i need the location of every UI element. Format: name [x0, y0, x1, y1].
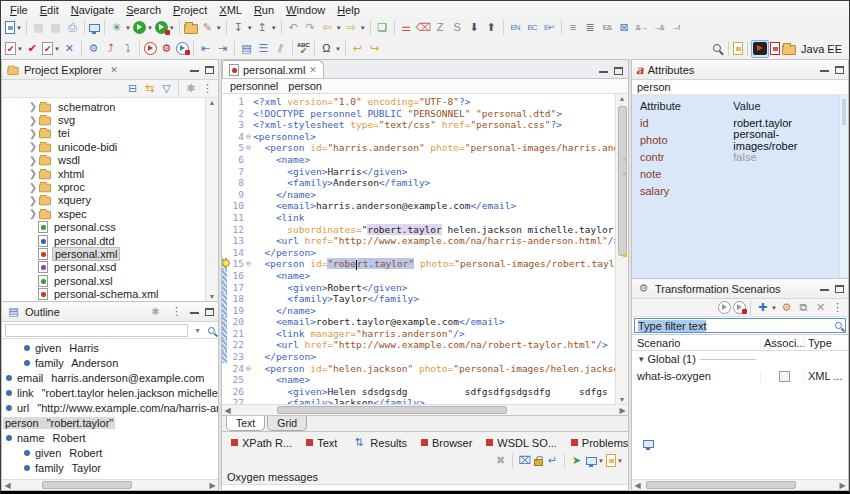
scroll-right-icon[interactable]: ▶ [837, 481, 848, 490]
code-line-11[interactable]: 11 <link [222, 212, 615, 224]
database-perspective-icon[interactable] [781, 40, 797, 58]
code-line-25[interactable]: 25 <name> [222, 374, 615, 386]
scroll-down-icon[interactable]: ▼ [619, 395, 626, 404]
menu-search[interactable]: Search [120, 4, 167, 16]
previous-edit-icon[interactable]: ↩ [349, 40, 366, 58]
scenario-row-what-is-oxygen[interactable]: what-is-oxygenXML ... [632, 368, 848, 385]
attribute-row-salary[interactable]: salary [632, 182, 839, 199]
menu-project[interactable]: Project [167, 4, 213, 16]
column-header-attribute[interactable]: Attribute [632, 100, 729, 112]
code-line-14[interactable]: 14 </person> [222, 247, 615, 259]
export-entities-icon[interactable]: ⬆ [483, 19, 500, 37]
maximize-icon[interactable] [205, 308, 214, 316]
undo-location-icon[interactable]: ↶ [285, 19, 302, 37]
code-line-1[interactable]: 1<?xml version="1.0" encoding="UTF-8"?> [222, 96, 615, 108]
validation-scenario-icon[interactable]: ▼ [41, 40, 61, 58]
search-icon[interactable] [208, 327, 215, 334]
pin-console-icon[interactable]: ➤ [568, 452, 585, 470]
transform-with-icon[interactable]: ▼ [154, 19, 176, 37]
view-menu-icon[interactable]: ⋮ [829, 299, 846, 317]
code-line-17[interactable]: 17 <given>Robert</given> [222, 282, 615, 294]
tree-item-personal.xsl[interactable]: personal.xsl [28, 274, 205, 287]
code-line-23[interactable]: 23 </person> [222, 351, 615, 363]
tree-item-personal.xml[interactable]: personal.xml [28, 247, 205, 260]
editor-tab-personal-xml[interactable]: personal.xml ✕ [222, 60, 324, 78]
open-console-icon[interactable]: ▼ [605, 452, 624, 470]
expand-icon[interactable]: ❯ [28, 115, 38, 126]
dropdown-arrow-icon[interactable]: ▼ [360, 25, 366, 31]
xslt-debugger-perspective-icon[interactable] [769, 40, 781, 58]
view-tab-text[interactable]: Text [226, 416, 265, 431]
expand-icon[interactable]: ❯ [28, 168, 38, 179]
code-line-10[interactable]: 10 <email>harris.anderson@example.com</e… [222, 200, 615, 212]
outline-item-email[interactable]: email harris.anderson@example.com [2, 370, 218, 385]
debug-transformation-icon[interactable] [175, 40, 190, 58]
duplicate-scenario-icon[interactable]: ⧉ [795, 299, 812, 317]
associated-checkbox[interactable] [779, 371, 790, 382]
bottom-tab-browser[interactable]: Browser [414, 434, 479, 451]
split-element-icon[interactable]: S [449, 19, 466, 37]
export-icon[interactable]: ⇥ [214, 40, 231, 58]
escape-selection-icon[interactable]: &→ [633, 19, 650, 37]
word-wrap-icon[interactable]: ↵ [544, 452, 561, 470]
scenarios-group-row[interactable]: ▾Global (1) [632, 351, 848, 368]
open-in-browser-icon[interactable] [88, 19, 101, 37]
expand-icon[interactable]: ❯ [28, 195, 38, 206]
import-icon[interactable]: ⇤ [197, 40, 214, 58]
tree-item-personal.css[interactable]: personal.css [28, 221, 205, 234]
character-map-icon[interactable]: Ω▼ [318, 40, 342, 58]
search-icon[interactable] [712, 40, 725, 58]
menu-help[interactable]: Help [331, 4, 366, 16]
outline-filter-input[interactable] [5, 324, 188, 337]
menu-window[interactable]: Window [280, 4, 331, 16]
settings-icon[interactable]: ✱ [148, 304, 163, 319]
expand-icon[interactable]: ❯ [28, 141, 38, 152]
dropdown-arrow-icon[interactable]: ▼ [125, 25, 131, 31]
redo-location-icon[interactable]: ↷ [302, 19, 319, 37]
unescape-selection-icon[interactable]: →& [650, 19, 667, 37]
code-line-8[interactable]: 8 <family>Anderson</family> [222, 177, 615, 189]
tree-item-xquery[interactable]: ❯xquery [28, 194, 205, 207]
scroll-left-icon[interactable]: ◀ [632, 481, 643, 490]
settings-icon[interactable]: ✱ [182, 80, 199, 98]
minimize-icon[interactable] [820, 70, 829, 73]
column-header-value[interactable]: Value [729, 100, 839, 112]
minimize-icon[interactable] [820, 289, 829, 292]
check-in-icon[interactable]: ↧▼ [230, 19, 254, 37]
code-line-19[interactable]: 19 </name> [222, 305, 615, 317]
terminate-icon[interactable]: ✖ [492, 452, 509, 470]
view-menu-icon[interactable]: ⋮ [169, 304, 184, 319]
project-tree-scrollbar[interactable]: ▲ ▼ [205, 98, 218, 301]
rename-element-icon[interactable]: EN [507, 19, 524, 37]
code-line-18[interactable]: 18 <family>Taylor</family> [222, 293, 615, 305]
code-line-22[interactable]: 22 <url href="http://www.example.com/na/… [222, 339, 615, 351]
insert-element-icon[interactable]: E↵ [541, 19, 558, 37]
scroll-right-icon[interactable]: ▶ [207, 481, 218, 490]
editor-hscrollbar[interactable]: ◀ ▶ [222, 404, 628, 415]
maximize-icon[interactable] [614, 67, 623, 75]
scroll-down-icon[interactable]: ▼ [209, 292, 216, 301]
validate-with-icon[interactable]: ✔ [24, 40, 41, 58]
tree-item-schematron[interactable]: ❯schematron [28, 100, 205, 113]
code-line-9[interactable]: 9 </name> [222, 189, 615, 201]
scroll-left-icon[interactable]: ◀ [222, 406, 233, 415]
expand-icon[interactable]: ❯ [28, 182, 38, 193]
add-child-element-icon[interactable]: EC [524, 19, 541, 37]
check-out-icon[interactable]: ↥▼ [254, 19, 278, 37]
tree-item-unicode-bidi[interactable]: ❯unicode-bidi [28, 140, 205, 153]
new-scenario-icon[interactable]: ✚▼ [754, 299, 778, 317]
link-with-editor-icon[interactable]: ⇆ [141, 80, 158, 98]
code-line-2[interactable]: 2<!DOCTYPE personnel PUBLIC "PERSONNEL" … [222, 108, 615, 120]
fold-marker-icon[interactable]: ⊖ [244, 258, 253, 270]
minimize-icon[interactable] [190, 70, 199, 73]
expand-icon[interactable]: ❯ [28, 101, 38, 112]
sort-attributes-icon[interactable]: E& [599, 19, 616, 37]
debug-scenario-icon[interactable]: ✳▼ [108, 19, 132, 37]
format-elements-icon[interactable]: ⫽ [272, 40, 289, 58]
code-line-3[interactable]: 3<?xml-stylesheet type="text/css" href="… [222, 119, 615, 131]
column-header-associated[interactable]: Associ... [760, 337, 804, 349]
tree-item-personal.xsd[interactable]: personal.xsd [28, 261, 205, 274]
forward-icon[interactable]: ⇨▼ [343, 19, 367, 37]
dropdown-arrow-icon[interactable]: ▼ [598, 458, 604, 464]
attribute-row-contr[interactable]: contrfalse [632, 148, 839, 165]
